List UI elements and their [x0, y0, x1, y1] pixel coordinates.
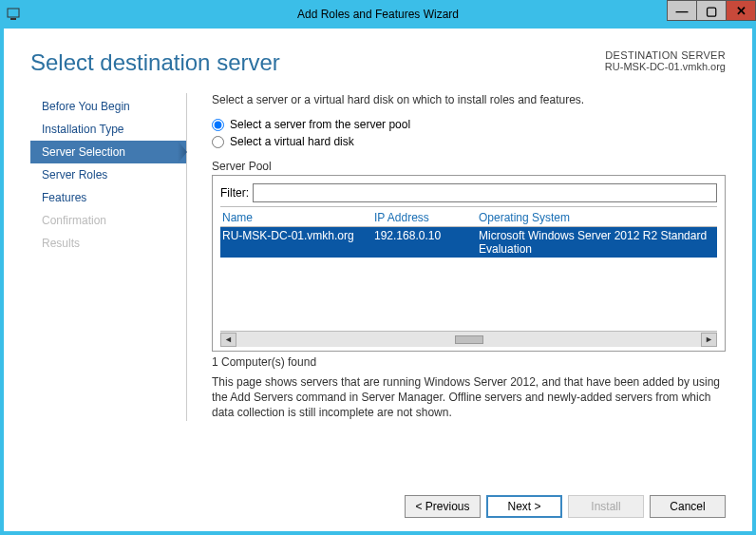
radio-server-pool[interactable] — [212, 119, 224, 131]
radio-vhd[interactable] — [212, 136, 224, 148]
horizontal-scrollbar[interactable]: ◄ ► — [220, 331, 717, 347]
wizard-sidebar: Before You Begin Installation Type Serve… — [30, 93, 187, 421]
scroll-track[interactable] — [236, 333, 701, 347]
instruction-text: Select a server or a virtual hard disk o… — [212, 93, 726, 106]
sidebar-item-confirmation: Confirmation — [30, 209, 186, 232]
destination-box: DESTINATION SERVER RU-MSK-DC-01.vmkh.org — [605, 49, 726, 72]
app-icon — [6, 7, 21, 22]
window-title: Add Roles and Features Wizard — [0, 8, 756, 21]
scroll-right-icon[interactable]: ► — [701, 333, 717, 347]
note-text: This page shows servers that are running… — [212, 374, 726, 421]
destination-label: DESTINATION SERVER — [605, 49, 726, 61]
radio-server-pool-row[interactable]: Select a server from the server pool — [212, 118, 726, 131]
maximize-button[interactable]: ▢ — [696, 0, 727, 21]
wizard-content: Select a server or a virtual hard disk o… — [187, 93, 726, 421]
table-header: Name IP Address Operating System — [220, 209, 717, 226]
sidebar-item-server-roles[interactable]: Server Roles — [30, 163, 186, 186]
wizard-footer: < Previous Next > Install Cancel — [405, 495, 726, 518]
radio-server-pool-label: Select a server from the server pool — [230, 118, 410, 131]
sidebar-item-installation-type[interactable]: Installation Type — [30, 118, 186, 141]
computers-found: 1 Computer(s) found — [212, 355, 726, 369]
cell-name: RU-MSK-DC-01.vmkh.org — [222, 229, 374, 256]
install-button: Install — [568, 495, 644, 518]
cancel-button[interactable]: Cancel — [650, 495, 726, 518]
sidebar-item-features[interactable]: Features — [30, 186, 186, 209]
destination-value: RU-MSK-DC-01.vmkh.org — [605, 61, 726, 72]
next-button[interactable]: Next > — [486, 495, 562, 518]
scroll-left-icon[interactable]: ◄ — [220, 333, 236, 347]
col-header-os[interactable]: Operating System — [479, 211, 715, 224]
sidebar-item-server-selection[interactable]: Server Selection — [30, 141, 186, 163]
table-body: RU-MSK-DC-01.vmkh.org 192.168.0.10 Micro… — [220, 226, 717, 331]
table-row[interactable]: RU-MSK-DC-01.vmkh.org 192.168.0.10 Micro… — [220, 227, 717, 258]
cell-os: Microsoft Windows Server 2012 R2 Standar… — [479, 229, 715, 256]
col-header-name[interactable]: Name — [222, 211, 374, 224]
filter-input[interactable] — [253, 183, 717, 202]
server-pool-label: Server Pool — [212, 160, 726, 173]
col-header-ip[interactable]: IP Address — [374, 211, 479, 224]
sidebar-item-before-you-begin[interactable]: Before You Begin — [30, 95, 186, 118]
window-controls: — ▢ ✕ — [668, 0, 756, 21]
page-title: Select destination server — [30, 49, 280, 76]
server-pool-box: Filter: Name IP Address Operating System… — [212, 175, 726, 352]
close-button[interactable]: ✕ — [726, 0, 756, 21]
filter-label: Filter: — [220, 186, 249, 200]
cell-ip: 192.168.0.10 — [374, 229, 479, 256]
scroll-thumb[interactable] — [455, 335, 483, 344]
radio-vhd-label: Select a virtual hard disk — [230, 135, 354, 148]
svg-rect-1 — [10, 18, 16, 20]
wizard-body: Select destination server DESTINATION SE… — [0, 29, 756, 535]
titlebar: Add Roles and Features Wizard — ▢ ✕ — [0, 0, 756, 29]
previous-button[interactable]: < Previous — [405, 495, 481, 518]
svg-rect-0 — [8, 9, 19, 17]
radio-vhd-row[interactable]: Select a virtual hard disk — [212, 135, 726, 148]
sidebar-item-results: Results — [30, 232, 186, 255]
minimize-button[interactable]: — — [667, 0, 697, 21]
